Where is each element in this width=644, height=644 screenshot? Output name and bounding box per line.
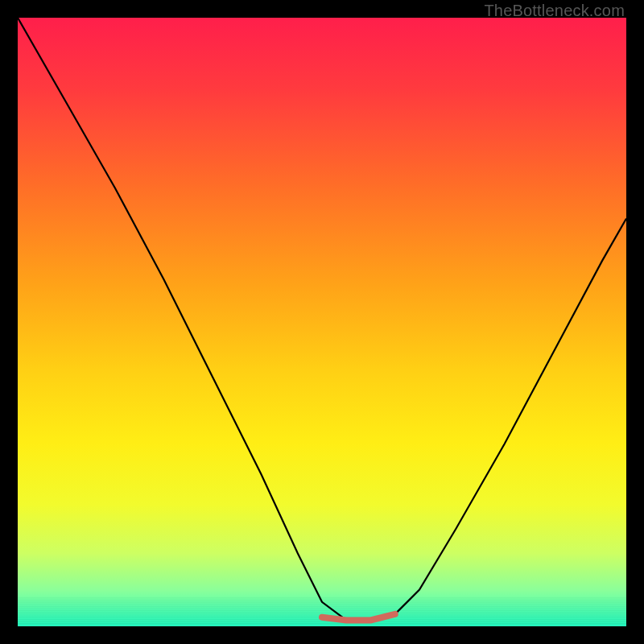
plot-background	[18, 18, 626, 626]
chart-frame	[18, 18, 626, 626]
watermark-text: TheBottleneck.com	[484, 2, 625, 20]
bottleneck-chart	[18, 18, 626, 626]
